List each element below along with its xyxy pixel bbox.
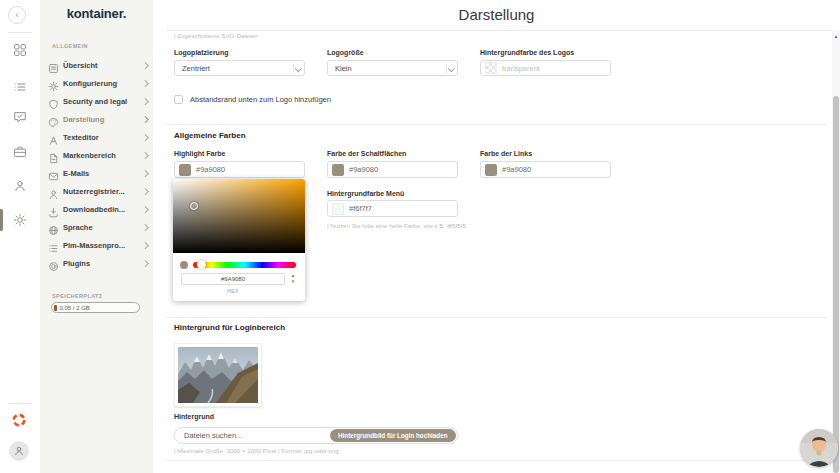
chevron-right-icon [143,135,148,140]
saturation-area[interactable] [173,179,305,253]
hue-slider-handle[interactable] [197,260,206,269]
download-icon [48,204,59,215]
chevron-right-icon [143,207,148,212]
chevron-right-icon [143,243,148,248]
overview-icon [48,60,59,71]
divider [167,124,826,125]
file-search-placeholder: Dateien suchen... [175,431,330,440]
icon-rail: ‹ [0,0,40,473]
list-icon[interactable] [13,80,27,94]
sidebar-item-darstellung[interactable]: Darstellung [48,110,148,128]
kontainer-wordmark[interactable]: kontainer. [40,6,153,21]
logo-placement-value: Zentriert [175,64,293,73]
sidebar-item-markenbereich[interactable]: Markenbereich [48,146,148,164]
color-format-label: HEX [181,288,285,294]
active-rail-indicator [0,209,3,231]
account-avatar[interactable] [9,441,29,461]
sidebar-item-uebersicht[interactable]: Übersicht [48,56,148,74]
link-color-input[interactable]: #9a9080 [480,161,611,178]
settings-icon[interactable] [13,213,27,227]
divider [167,460,826,461]
logo-margin-row: Abstandsrand unten zum Logo hinzufügen [174,95,331,104]
transparent-swatch [485,62,497,74]
vertical-scrollbar[interactable]: ▴ [832,30,840,473]
gear-icon [48,78,59,89]
sidebar-item-label: Übersicht [63,61,139,70]
highlight-color-input[interactable]: #9a9080 [174,161,305,178]
spinner-down-icon[interactable]: ▾ [289,279,297,284]
sidebar-item-texteditor[interactable]: Texteditor [48,128,148,146]
sidebar-item-nutzerregistrierung[interactable]: Nutzerregistrier... [48,182,148,200]
sidebar-item-label: Konfigurierung [63,79,139,88]
text-icon [48,132,59,143]
color-picker-popup: #9A9080 ▴ ▾ HEX [173,179,305,301]
chevron-right-icon [143,81,148,86]
button-color-input[interactable]: #9a9080 [327,161,458,178]
sidebar-item-label: Sprache [63,223,139,232]
file-search-input[interactable]: Dateien suchen... Hintergrundbild für Lo… [174,427,458,444]
sidebar: kontainer. ALLGEMEIN Übersicht Konfiguri… [40,0,153,473]
login-background-thumbnail[interactable] [174,343,262,407]
format-spinner[interactable]: ▴ ▾ [289,273,297,285]
user-icon[interactable] [13,179,27,193]
button-color-swatch [332,164,344,176]
logo-placement-select[interactable]: Zentriert [174,60,305,76]
help-widget-avatar[interactable] [800,429,838,467]
hex-value-input[interactable]: #9A9080 [181,273,285,285]
collapse-sidebar-button[interactable]: ‹ [8,6,26,24]
logo-margin-checkbox-label: Abstandsrand unten zum Logo hinzufügen [190,95,331,104]
sidebar-item-konfigurierung[interactable]: Konfigurierung [48,74,148,92]
shield-icon [48,96,59,107]
storage-value: 0,05 / 2 GB [60,305,90,311]
divider [167,317,826,318]
highlight-color-label: Highlight Farbe [174,150,225,157]
sidebar-item-pim-massenprozesse[interactable]: Pim-Massenpro... [48,236,148,254]
globe-icon [48,222,59,233]
hue-slider[interactable] [193,262,296,268]
logo-bg-color-input[interactable]: transparent [480,60,611,76]
plugin-icon [48,258,59,269]
logo-size-select[interactable]: Klein [327,60,458,76]
upload-size-hint: | Maximale Größe: 3000 × 2000 Pixel | Fo… [174,447,339,454]
scrollbar-thumb[interactable] [833,96,839,473]
chevron-right-icon [143,171,148,176]
logo-size-label: Logogröße [327,49,364,56]
sidebar-item-label: Plugins [63,259,139,268]
logo-margin-checkbox[interactable] [174,95,183,104]
content-top-border [167,30,840,31]
sidebar-item-label: Pim-Massenpro... [63,241,139,250]
support-person-photo [800,429,838,467]
chevron-right-icon [143,99,148,104]
chevron-right-icon [143,225,148,230]
chevron-down-icon [447,61,457,75]
briefcase-icon[interactable] [13,145,27,159]
current-color-swatch [180,261,188,269]
sidebar-item-label: Downloadbedin... [63,205,139,214]
link-color-swatch [485,164,497,176]
sidebar-item-security-and-legal[interactable]: Security and legal [48,92,148,110]
sidebar-item-emails[interactable]: E-Mails [48,164,148,182]
scrollbar-up-arrow[interactable]: ▴ [833,33,839,39]
menu-bg-color-input[interactable]: #f6f7f7 [327,200,458,217]
menu-bg-color-label: Hintergrundfarbe Menü [327,190,404,197]
feedback-icon[interactable] [13,110,27,124]
saturation-cursor[interactable] [190,202,198,210]
palette-icon [48,114,59,125]
page-title: Darstellung [153,6,840,23]
logo-bg-color-placeholder: transparent [502,64,540,73]
sidebar-item-plugins[interactable]: Plugins [48,254,148,272]
general-colors-heading: Allgemeine Farben [174,131,246,140]
sidebar-item-label: Nutzerregistrier... [63,187,139,196]
menu-bg-color-swatch [332,203,344,215]
upload-login-background-button[interactable]: Hintergrundbild für Login hochladen [330,429,456,442]
document-icon [48,150,59,161]
chevron-right-icon [143,63,148,68]
storage-progress-bar: 0,05 / 2 GB [51,302,140,313]
highlight-color-swatch [179,164,191,176]
user-icon [48,186,59,197]
sidebar-item-sprache[interactable]: Sprache [48,218,148,236]
kontainer-logo-icon[interactable] [11,412,27,428]
logo-placement-label: Logoplatzierung [174,49,228,56]
apps-icon[interactable] [13,43,27,57]
sidebar-item-downloadbedingungen[interactable]: Downloadbedin... [48,200,148,218]
